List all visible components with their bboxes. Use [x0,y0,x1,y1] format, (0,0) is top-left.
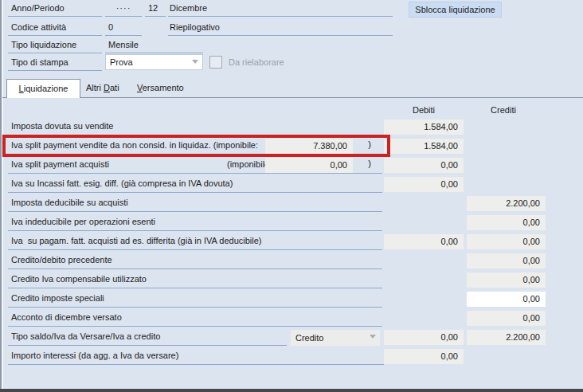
tab-altri-dati[interactable]: Altri Dati [86,83,119,92]
table-row: Tipo saldo/Iva da Versare/Iva a credito … [3,328,583,347]
table-row: Iva indeducibile per operazioni esenti 0… [3,214,583,232]
tipo-saldo-dropdown: Credito [291,330,380,346]
codice-attivita-field[interactable]: 0 [108,22,113,32]
table-row: Iva su Incassi fatt. esig. diff. (già co… [3,175,583,194]
tab-liquidazione[interactable]: Liquidazione [6,79,80,98]
chevron-down-icon [370,335,376,339]
row-divider [8,249,382,250]
debiti-value: 0,00 [384,158,464,173]
divider [105,16,142,17]
row-divider [8,364,384,365]
periodo-field[interactable]: 12 [148,3,158,13]
row-label: Tipo saldo/Iva da Versare/Iva a credito [11,331,160,341]
crediti-value: 0,00 [467,253,546,269]
imponibile-value: 0,00 [265,158,353,173]
crediti-value: 0,00 [467,215,546,230]
crediti-input[interactable]: 0,00 [467,292,546,307]
codice-attivita-desc: Riepilogativo [170,22,220,32]
row-label: Iva su Incassi fatt. esig. diff. (già co… [11,178,233,188]
debiti-value: 0,00 [384,177,464,192]
table-row: Credito/debito precedente 0,00 [3,252,583,270]
row-label: Imposta deducibile su acquisti [11,198,128,207]
divider [105,53,203,53]
row-label: Iva su pagam. fatt. acquisti ad es. diff… [11,236,262,245]
tipo-liquidazione-label: Tipo liquidazione [11,40,76,49]
divider [168,35,393,36]
row-label: Credito Iva compensabile utilizzato [11,274,147,284]
table-row: Imposta deducibile su acquisti 2.200,00 [3,194,583,213]
column-header-crediti: Crediti [467,105,540,115]
row-divider [8,230,382,231]
table-row: Iva su pagam. fatt. acquisti ad es. diff… [3,233,583,251]
periodo-name-value: Dicembre [170,3,207,13]
row-divider [8,307,382,308]
column-header-debiti: Debiti [384,105,464,115]
row-divider [8,326,382,327]
crediti-value: 0,00 [467,234,546,249]
tab-strip-border [2,97,583,98]
close-paren-label: ) [361,159,378,168]
row-divider [8,192,382,193]
row-label: Credito imposte speciali [11,293,104,303]
crediti-value: 0,00 [467,272,546,288]
row-label: Credito/debito precedente [11,255,112,265]
row-divider [8,211,382,212]
chevron-down-icon [192,60,198,64]
anno-lookup-button[interactable]: ···· [105,3,142,16]
row-divider [8,345,287,346]
table-row: Credito Iva compensabile utilizzato 0,00 [3,271,583,289]
crediti-value: 0,00 [467,311,546,326]
row-label: Imposta dovuta su vendite [11,121,113,131]
tipo-stampa-dropdown[interactable]: Prova [105,54,203,70]
window-bottom-border [0,389,583,392]
row-divider [8,269,382,269]
divider [145,16,166,17]
crediti-value: 2.200,00 [467,196,546,211]
row-divider [8,288,382,288]
row-label: Iva indeducibile per operazioni esenti [11,217,155,226]
table-row: Iva split payment acquisti (imponibile: … [3,156,583,174]
row-label: Iva split payment acquisti [11,159,109,169]
divider [8,70,102,71]
divider [168,16,393,17]
da-rielaborare-checkbox[interactable] [209,56,222,69]
tipo-stampa-label: Tipo di stampa [11,57,68,67]
divider [105,35,142,36]
debiti-value: 0,00 [384,349,464,364]
highlight-box [2,135,390,157]
row-label: Importo interessi (da agg. a Iva da vers… [11,351,178,360]
table-row: Importo interessi (da agg. a Iva da vers… [3,347,583,366]
debiti-value: 0,00 [384,234,464,249]
tipo-saldo-value: Credito [295,333,323,343]
anno-periodo-label: Anno/Periodo [11,3,65,13]
codice-attivita-label: Codice attività [11,22,66,32]
sblocca-liquidazione-button[interactable]: Sblocca liquidazione [409,2,502,18]
row-divider [8,173,382,174]
table-row: Imposta dovuta su vendite 1.584,00 [3,118,583,136]
tab-versamento[interactable]: Versamento [137,83,184,92]
da-rielaborare-label: Da rielaborare [229,57,284,67]
debiti-value: 1.584,00 [384,139,464,154]
divider [8,16,102,17]
table-row: Acconto di dicembre versato 0,00 [3,309,583,327]
crediti-value: 2.200,00 [467,330,546,345]
tipo-stampa-value: Prova [110,57,133,67]
debiti-value: 1.584,00 [384,120,464,135]
debiti-value: 0,00 [384,330,464,345]
tipo-liquidazione-value: Mensile [108,40,139,49]
divider [8,35,102,36]
row-label: Acconto di dicembre versato [11,312,122,322]
divider [8,53,102,53]
table-row: Credito imposte speciali 0,00 [3,290,583,308]
